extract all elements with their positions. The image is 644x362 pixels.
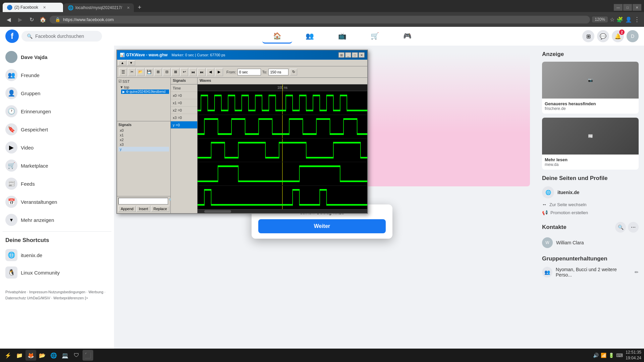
- bookmark-icon[interactable]: ☆: [610, 16, 614, 23]
- contacts-search-btn[interactable]: 🔍: [615, 222, 626, 233]
- nav-friends[interactable]: 👥: [295, 29, 325, 44]
- toolbar-first-btn[interactable]: ⏮: [189, 68, 197, 76]
- sidebar-item-veranstaltungen[interactable]: 📅 Veranstaltungen: [3, 193, 111, 210]
- forward-btn[interactable]: ▶: [15, 15, 25, 24]
- notifications-btn[interactable]: 🔔 2: [612, 30, 624, 42]
- page-action-promo[interactable]: 📢 Promotion erstellen: [542, 208, 639, 217]
- taskbar-keyboard-icon[interactable]: ⌨: [616, 353, 623, 358]
- close-btn[interactable]: ✕: [633, 4, 641, 11]
- taskbar-shield-icon[interactable]: 🛡: [71, 350, 82, 361]
- signal-row-x2: x2 =0: [171, 107, 197, 114]
- sidebar-item-erinnerungen[interactable]: 🕐 Erinnerungen: [3, 103, 111, 120]
- home-btn[interactable]: 🏠: [38, 15, 48, 24]
- tab-close-fb[interactable]: ✕: [43, 5, 46, 10]
- taskbar-globe-icon[interactable]: 🌐: [48, 350, 59, 361]
- refresh-btn[interactable]: ↻: [290, 69, 297, 75]
- signal-list-y[interactable]: y: [118, 147, 169, 152]
- sidebar-item-video[interactable]: ▶ Video: [3, 139, 111, 156]
- nav-marketplace-top[interactable]: 🛒: [360, 29, 390, 44]
- tab-close-mysql[interactable]: ✕: [127, 6, 130, 10]
- sst-check-icon: ☑: [118, 79, 122, 83]
- append-btn[interactable]: Append: [118, 206, 136, 212]
- toolbar-zoom-out-btn[interactable]: ⊟: [163, 68, 171, 76]
- shortcuts-title: Deine Shortcuts: [3, 234, 111, 246]
- group-chat-item[interactable]: 👥 Nyoman, Bucci und 2 weitere Perso... ✏: [542, 265, 639, 280]
- taskbar-waveform-icon[interactable]: ⬛: [83, 350, 93, 361]
- weiter-button[interactable]: Weiter: [258, 219, 386, 233]
- toolbar-zoom-in-btn[interactable]: ⊞: [154, 68, 162, 76]
- taskbar-terminal-icon[interactable]: 💻: [60, 350, 70, 361]
- shortcut-linux[interactable]: 🐧 Linux Community: [3, 264, 111, 281]
- shortcut-ituenix[interactable]: 🌐 ituenix.de: [3, 246, 111, 264]
- sst-item-quine[interactable]: ▶ ⚙ quine20240419testbend: [121, 89, 169, 94]
- sidebar-item-mehr[interactable]: ▼ Mehr anzeigen: [3, 211, 111, 229]
- to-input[interactable]: [268, 69, 288, 75]
- new-message-icon[interactable]: ✏: [635, 269, 639, 275]
- gtkwave-maximize-btn[interactable]: □: [352, 52, 358, 58]
- toolbar-undo-btn[interactable]: ↩: [180, 68, 188, 76]
- page-action-switch[interactable]: ↔ Zur Seite wechseln: [542, 200, 639, 208]
- gtkwave-resize-btn[interactable]: ⊞: [338, 52, 344, 58]
- address-bar[interactable]: 🔒 https://www.facebook.com: [50, 16, 590, 23]
- extensions-icon[interactable]: 🧩: [616, 16, 623, 23]
- collapse-btn[interactable]: ▲: [118, 60, 126, 65]
- gtkwave-close-btn[interactable]: ✕: [359, 52, 365, 58]
- nav-home[interactable]: 🏠: [262, 29, 292, 44]
- nav-gaming[interactable]: 🎮: [392, 29, 422, 44]
- taskbar-files-icon[interactable]: 📁: [14, 350, 25, 361]
- taskbar-start-icon[interactable]: ⚡: [3, 350, 13, 361]
- signal-list-x1[interactable]: x1: [118, 133, 169, 137]
- signal-search-input[interactable]: [118, 198, 168, 204]
- taskbar-firefox-icon[interactable]: 🦊: [25, 350, 36, 361]
- signal-list-x0[interactable]: x0: [118, 128, 169, 133]
- time-ruler: 100 ns: [198, 84, 367, 91]
- sidebar-item-gruppen[interactable]: 👤 Gruppen: [3, 84, 111, 102]
- toolbar-next-btn[interactable]: ▶: [215, 68, 223, 76]
- messenger-icon-btn[interactable]: 💬: [597, 30, 609, 42]
- fb-sidebar-left: Dave Vajda 👥 Freunde 👤 Gruppen 🕐 Erinner…: [0, 46, 114, 349]
- scrollbar-thumb[interactable]: [204, 210, 231, 213]
- signal-list-x2[interactable]: x2: [118, 137, 169, 142]
- restore-btn[interactable]: ▼: [127, 60, 135, 65]
- wave-canvas[interactable]: 100 ns: [198, 84, 367, 213]
- toolbar-prev-btn[interactable]: ◀: [206, 68, 214, 76]
- tab-inactive[interactable]: 🌐 localhost/mysql20240217/ ✕: [64, 3, 134, 12]
- sidebar-item-gespeichert[interactable]: 🔖 Gespeichert: [3, 121, 111, 138]
- sidebar-item-freunde[interactable]: 👥 Freunde: [3, 66, 111, 84]
- fb-search-box[interactable]: 🔍 Facebook durchsuchen: [21, 31, 102, 42]
- toolbar-cut-btn[interactable]: ✂: [128, 68, 136, 76]
- taskbar-folder-icon[interactable]: 📂: [37, 350, 48, 361]
- nav-watch[interactable]: 📺: [327, 29, 357, 44]
- taskbar-volume-icon[interactable]: 🔊: [593, 353, 599, 358]
- sidebar-item-marketplace[interactable]: 🛒 Marketplace: [3, 157, 111, 174]
- from-input[interactable]: [237, 69, 261, 75]
- maximize-btn[interactable]: □: [623, 4, 632, 11]
- sidebar-item-feeds[interactable]: 📰 Feeds: [3, 175, 111, 192]
- ad-card-1: 📷 Genaueres herausfinden frischere.de: [542, 62, 639, 114]
- menu-icon[interactable]: ⋮: [634, 16, 640, 23]
- tab-active[interactable]: 🔵 (2) Facebook ✕: [3, 3, 63, 12]
- taskbar-network-icon[interactable]: 📶: [601, 353, 606, 358]
- toolbar-open-btn[interactable]: 📂: [137, 68, 145, 76]
- apps-icon-btn[interactable]: ⊞: [582, 30, 594, 42]
- user-avatar-btn[interactable]: D: [627, 30, 639, 42]
- contact-william[interactable]: W William Clara: [542, 235, 639, 250]
- gtkwave-minimize-btn[interactable]: _: [345, 52, 351, 58]
- wave-scrollbar[interactable]: [198, 209, 367, 213]
- replace-btn[interactable]: Replace: [151, 206, 169, 212]
- toolbar-last-btn[interactable]: ⏭: [198, 68, 206, 76]
- sidebar-user-item[interactable]: Dave Vajda: [3, 48, 111, 66]
- toolbar-zoom-fit-btn[interactable]: ⊠: [171, 68, 179, 76]
- contacts-menu-btn[interactable]: ⋯: [628, 222, 639, 233]
- toolbar-menu-btn[interactable]: ☰: [119, 68, 127, 76]
- reload-btn[interactable]: ↻: [27, 15, 36, 24]
- taskbar-battery-icon[interactable]: 🔋: [608, 353, 614, 358]
- toolbar-save-btn[interactable]: 💾: [145, 68, 153, 76]
- profile-icon[interactable]: 👤: [625, 16, 632, 23]
- new-tab-button[interactable]: +: [135, 3, 144, 12]
- sst-item-top[interactable]: ▼ top: [118, 85, 169, 89]
- back-btn[interactable]: ◀: [4, 15, 13, 24]
- insert-btn[interactable]: Insert: [137, 206, 151, 212]
- signal-list-x3[interactable]: x3: [118, 142, 169, 147]
- minimize-btn[interactable]: —: [614, 4, 623, 11]
